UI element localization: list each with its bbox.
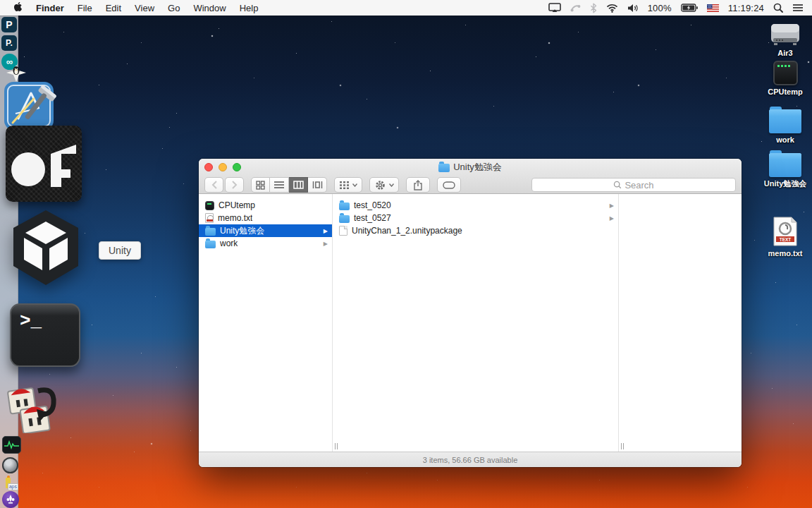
icon-view-button[interactable]: [251, 177, 270, 193]
column-view-button[interactable]: [289, 177, 308, 193]
dock-item-unity[interactable]: [6, 207, 86, 289]
disclosure-arrow-icon: ▶: [324, 228, 328, 234]
action-gear-button[interactable]: [369, 177, 399, 193]
wifi-icon[interactable]: [606, 4, 618, 13]
disclosure-arrow-icon: ▶: [610, 215, 614, 222]
menu-view[interactable]: View: [135, 3, 154, 13]
menu-file[interactable]: File: [78, 3, 92, 13]
sync-locks-icon: [1, 381, 59, 433]
terminal-prompt-glyph: >_: [20, 310, 42, 332]
file-row-unitypackage[interactable]: UnityChan_1_2.unitypackage: [333, 224, 618, 237]
menu-finder[interactable]: Finder: [36, 3, 64, 13]
volume-icon[interactable]: [627, 4, 639, 13]
spotlight-icon[interactable]: [773, 3, 783, 13]
search-input[interactable]: Search: [531, 178, 736, 192]
forward-button[interactable]: [225, 177, 244, 193]
dock-item-laps[interactable]: aps: [3, 476, 18, 490]
zoom-button[interactable]: [233, 163, 241, 171]
xcode-icon: [3, 75, 65, 133]
file-row-unity-folder-selected[interactable]: Unity勉強会 ▶: [199, 224, 332, 237]
close-button[interactable]: [204, 163, 213, 171]
unity-icon: [6, 207, 86, 289]
gear-icon: [375, 180, 386, 190]
menu-edit[interactable]: Edit: [106, 3, 121, 13]
phone-icon[interactable]: [570, 3, 581, 13]
dock-item-processing-alt[interactable]: P.: [1, 35, 17, 51]
desktop-icon-work[interactable]: work: [758, 106, 812, 144]
desktop-icon-label: memo.txt: [758, 249, 812, 258]
tag-icon: [443, 181, 455, 189]
tags-button[interactable]: [437, 177, 461, 193]
dock-item-terminal[interactable]: >_: [10, 303, 80, 367]
dock-item-processing[interactable]: P: [1, 17, 17, 32]
dock-item-openframeworks[interactable]: [6, 126, 82, 202]
desktop-icon-label: work: [758, 135, 812, 144]
desktop-icon-unity-folder[interactable]: Unity勉強会: [758, 150, 812, 188]
file-row-cputemp[interactable]: CPUtemp: [199, 199, 332, 212]
folder-icon: [438, 164, 450, 172]
disclosure-arrow-icon: ▶: [610, 202, 614, 209]
ekg-icon: [4, 440, 19, 449]
file-row-test-0520[interactable]: test_0520 ▶: [333, 199, 618, 212]
dock-item-sync-locks[interactable]: [1, 381, 59, 433]
drive-icon: [770, 21, 801, 47]
menu-help[interactable]: Help: [240, 3, 259, 13]
file-row-test-0527[interactable]: test_0527 ▶: [333, 212, 618, 224]
file-name: memo.txt: [218, 213, 252, 223]
file-name: test_0527: [354, 213, 391, 223]
us-flag-icon[interactable]: [707, 4, 719, 12]
chevron-down-icon: [389, 183, 394, 187]
column-2: test_0520 ▶ test_0527 ▶ UnityChan_1_2.un…: [333, 194, 619, 452]
list-view-button[interactable]: [270, 177, 289, 193]
display-mirroring-icon[interactable]: [548, 3, 561, 13]
file-row-work[interactable]: work ▶: [199, 237, 332, 250]
desktop-icon-air3[interactable]: Air3: [758, 21, 812, 57]
menu-bar: Finder File Edit View Go Window Help 100…: [0, 0, 812, 16]
window-chrome[interactable]: Unity勉強会: [199, 159, 742, 194]
text-file-icon: [205, 213, 214, 223]
battery-charging-icon[interactable]: [681, 4, 698, 12]
folder-icon: [769, 153, 801, 177]
desktop-icon-cputemp[interactable]: CPUtemp: [758, 61, 812, 96]
back-button[interactable]: [204, 177, 223, 193]
dock-tooltip: Unity: [99, 241, 141, 260]
apple-menu-icon[interactable]: [13, 1, 23, 14]
folder-icon: [205, 241, 216, 248]
desktop-icon-memo[interactable]: TEXT memo.txt: [758, 216, 812, 258]
text-file-icon: TEXT: [773, 216, 798, 247]
file-row-memo[interactable]: memo.txt: [199, 212, 332, 224]
toolbar: Search: [199, 176, 742, 194]
arrange-button[interactable]: [334, 177, 362, 193]
cputemp-app-icon: [773, 61, 798, 85]
search-icon: [613, 181, 622, 189]
folder-icon: [339, 215, 350, 223]
dock-item-xcode[interactable]: [3, 75, 65, 133]
column-3: [619, 194, 742, 452]
title-bar: Unity勉強会: [199, 159, 742, 176]
status-text: 3 items, 56.66 GB available: [423, 456, 518, 464]
status-bar: 3 items, 56.66 GB available: [199, 452, 742, 467]
folder-icon: [205, 228, 216, 236]
laps-badge: aps: [8, 483, 18, 490]
file-name: work: [220, 238, 238, 248]
share-button[interactable]: [406, 177, 430, 193]
notification-center-icon[interactable]: [792, 4, 804, 12]
menu-go[interactable]: Go: [168, 3, 180, 13]
battery-percent: 100%: [648, 3, 672, 13]
bluetooth-icon[interactable]: [590, 3, 597, 13]
view-switcher: [251, 177, 327, 193]
share-icon: [414, 180, 422, 190]
coverflow-view-button[interactable]: [308, 177, 327, 193]
openframeworks-icon: [6, 126, 82, 202]
window-title: Unity勉強会: [438, 161, 502, 174]
column-resize-handle[interactable]: [335, 443, 338, 449]
window-title-text: Unity勉強会: [453, 161, 502, 174]
dock-item-knob[interactable]: [2, 457, 18, 473]
dock-item-purple-badge[interactable]: [2, 491, 19, 508]
menu-window[interactable]: Window: [193, 3, 226, 13]
menu-bar-clock[interactable]: 11:19:24: [728, 3, 764, 13]
column-resize-handle[interactable]: [621, 443, 624, 449]
finder-window: Unity勉強会: [199, 159, 742, 467]
minimize-button[interactable]: [219, 163, 227, 171]
dock-item-activity-monitor[interactable]: [2, 436, 21, 454]
